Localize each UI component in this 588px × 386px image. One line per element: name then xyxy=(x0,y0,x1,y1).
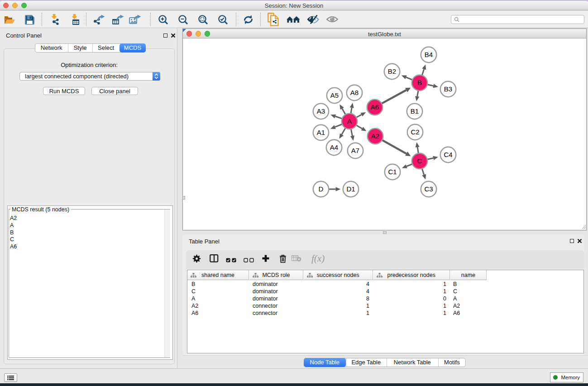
svg-text:C1: C1 xyxy=(388,168,397,176)
svg-text:B3: B3 xyxy=(444,85,452,93)
svg-text:B1: B1 xyxy=(411,107,419,115)
svg-text:A4: A4 xyxy=(330,143,338,151)
svg-text:A7: A7 xyxy=(351,147,359,154)
svg-text:B: B xyxy=(417,79,422,86)
svg-text:C4: C4 xyxy=(444,151,452,158)
svg-text:C2: C2 xyxy=(411,128,419,136)
svg-text:C3: C3 xyxy=(424,185,433,193)
svg-text:A5: A5 xyxy=(330,91,339,99)
svg-text:A3: A3 xyxy=(317,107,325,115)
svg-text:B2: B2 xyxy=(388,67,396,75)
svg-text:D: D xyxy=(319,185,324,193)
svg-text:B4: B4 xyxy=(425,51,433,58)
svg-text:D1: D1 xyxy=(346,185,355,193)
svg-text:A8: A8 xyxy=(350,89,359,96)
svg-text:A: A xyxy=(347,117,352,125)
svg-text:C: C xyxy=(417,157,422,165)
svg-text:A1: A1 xyxy=(317,129,325,136)
svg-text:A6: A6 xyxy=(371,103,379,111)
svg-text:A2: A2 xyxy=(371,132,379,140)
